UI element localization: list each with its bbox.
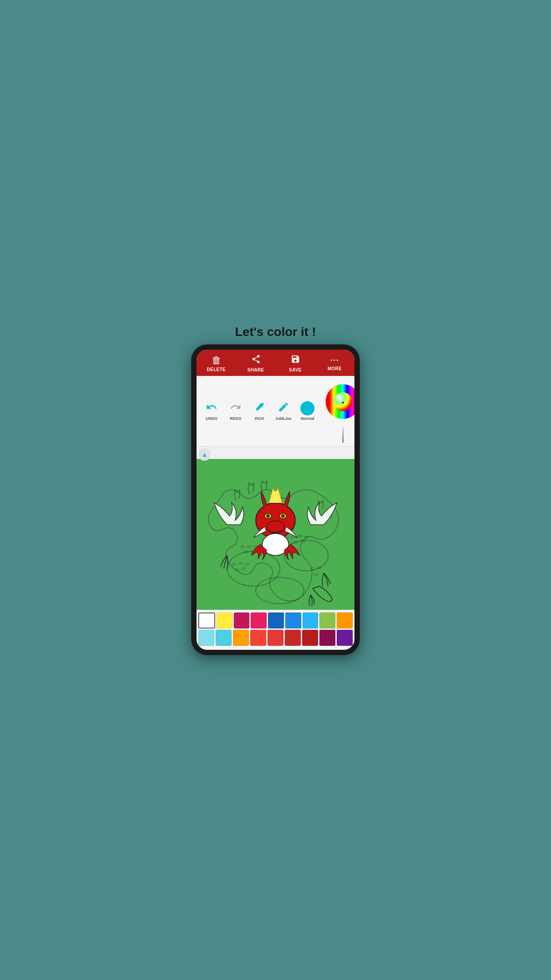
color-purple-dark[interactable] xyxy=(337,630,353,646)
normal-label: Normal xyxy=(300,416,314,421)
color-red-darker[interactable] xyxy=(302,630,318,646)
undo-label: UNDO xyxy=(206,416,218,421)
color-green[interactable] xyxy=(319,612,335,628)
save-label: SAVE xyxy=(289,368,302,372)
redo-label: REDO xyxy=(230,416,241,421)
drawing-toolbar: UNDO REDO PICK xyxy=(197,376,354,447)
phone-screen: 🗑 DELETE SHARE xyxy=(197,350,354,650)
save-icon xyxy=(291,354,300,367)
more-button[interactable]: ··· MORE xyxy=(322,356,348,371)
svg-point-11 xyxy=(281,514,285,518)
color-light-blue[interactable] xyxy=(303,612,319,628)
share-icon xyxy=(251,354,261,367)
color-pink-dark[interactable] xyxy=(319,630,335,646)
color-red[interactable] xyxy=(268,630,283,646)
color-cyan[interactable] xyxy=(216,630,232,646)
color-cyan-light[interactable] xyxy=(198,630,214,646)
color-white[interactable] xyxy=(198,612,215,628)
color-orange[interactable] xyxy=(337,612,353,628)
addline-button[interactable]: AddLine xyxy=(273,401,294,421)
redo-button[interactable]: REDO xyxy=(225,401,246,421)
redo-icon xyxy=(230,401,241,415)
brightness-slider[interactable] xyxy=(321,427,354,443)
pick-icon xyxy=(254,401,265,415)
svg-point-3 xyxy=(342,401,344,404)
color-red-light[interactable] xyxy=(250,630,266,646)
delete-label: DELETE xyxy=(207,367,225,372)
svg-point-6 xyxy=(256,577,304,604)
color-blue-dark[interactable] xyxy=(268,612,284,628)
palette-row-2 xyxy=(198,630,353,646)
palette-row-1 xyxy=(198,612,353,628)
share-label: SHARE xyxy=(248,368,264,372)
app-title: Let's color it ! xyxy=(235,325,316,339)
delete-button[interactable]: 🗑 DELETE xyxy=(203,355,230,372)
more-icon: ··· xyxy=(330,356,339,365)
save-button[interactable]: SAVE xyxy=(282,354,309,372)
color-yellow[interactable] xyxy=(216,612,232,628)
phone-frame: 🗑 DELETE SHARE xyxy=(191,344,360,655)
color-magenta-dark[interactable] xyxy=(234,612,250,628)
pick-label: PICK xyxy=(255,416,264,421)
color-wheel-container[interactable] xyxy=(321,379,354,443)
color-palette xyxy=(197,610,354,650)
delete-icon: 🗑 xyxy=(212,355,221,366)
main-toolbar: 🗑 DELETE SHARE xyxy=(197,350,354,376)
addline-icon xyxy=(278,401,289,415)
color-wheel-svg[interactable] xyxy=(321,379,354,424)
pick-button[interactable]: PICK xyxy=(249,401,270,421)
more-label: MORE xyxy=(328,366,342,371)
share-button[interactable]: SHARE xyxy=(243,354,269,372)
undo-icon xyxy=(206,401,217,415)
undo-button[interactable]: UNDO xyxy=(201,401,222,421)
addline-label: AddLine xyxy=(276,416,291,421)
color-pink[interactable] xyxy=(251,612,267,628)
color-amber[interactable] xyxy=(233,630,249,646)
color-red-dark[interactable] xyxy=(285,630,301,646)
color-blue[interactable] xyxy=(285,612,301,628)
dragon-illustration xyxy=(197,459,354,608)
canvas-area[interactable] xyxy=(197,459,354,610)
normal-button[interactable]: Normal xyxy=(297,401,318,421)
svg-point-10 xyxy=(266,514,270,518)
sub-toolbar: ▲ xyxy=(197,447,354,459)
expand-button[interactable]: ▲ xyxy=(198,448,211,461)
normal-color-circle xyxy=(300,401,315,415)
